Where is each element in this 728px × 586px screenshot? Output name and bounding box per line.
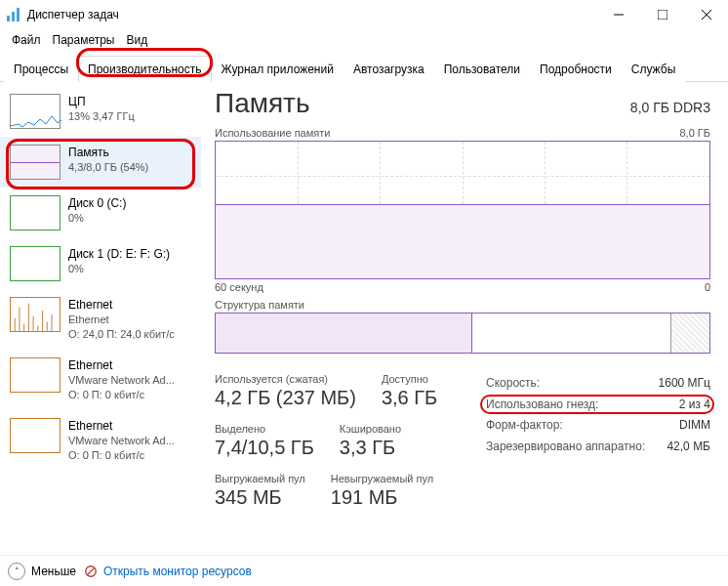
tabs: Процессы Производительность Журнал прило… xyxy=(0,55,728,82)
sidebar-item-detail: 4,3/8,0 ГБ (54%) xyxy=(68,160,148,175)
tab-details[interactable]: Подробности xyxy=(530,56,622,82)
sidebar-item-eth0[interactable]: Ethernet Ethernet О: 24,0 П: 24,0 кбит/с xyxy=(0,289,201,350)
spec-value: 42,0 МБ xyxy=(667,437,710,458)
sidebar-item-sub: VMware Network Ad... xyxy=(68,434,175,448)
stat-label: Используется (сжатая) xyxy=(215,373,356,385)
memory-spec: 8,0 ГБ DDR3 xyxy=(630,100,710,115)
close-button[interactable] xyxy=(684,0,728,29)
menu-view[interactable]: Вид xyxy=(120,31,153,49)
x-axis-left: 60 секунд xyxy=(215,281,263,293)
disk-thumb-icon xyxy=(10,195,61,230)
stats-left: Используется (сжатая) 4,2 ГБ (237 МБ) До… xyxy=(215,373,453,509)
stat-label: Невыгружаемый пул xyxy=(331,473,433,484)
maximize-button[interactable] xyxy=(640,0,684,29)
sidebar-item-label: Память xyxy=(68,145,148,160)
spec-value: DIMM xyxy=(679,415,710,437)
tab-startup[interactable]: Автозагрузка xyxy=(344,56,434,82)
memory-usage-chart xyxy=(215,141,710,279)
tab-performance[interactable]: Производительность xyxy=(78,56,211,82)
sidebar-item-sub: Ethernet xyxy=(68,313,175,327)
svg-rect-2 xyxy=(17,8,20,21)
svg-rect-0 xyxy=(7,16,10,21)
main-panel: Память 8,0 ГБ DDR3 Использование памяти … xyxy=(201,82,728,555)
ethernet-thumb-icon xyxy=(10,418,61,453)
fewer-details-button[interactable]: ˄ Меньше xyxy=(8,563,76,580)
open-resource-monitor-link[interactable]: Открыть монитор ресурсов xyxy=(84,565,252,578)
spec-key: Использовано гнезд: xyxy=(486,395,598,416)
sidebar-item-sub: VMware Network Ad... xyxy=(68,373,175,388)
sidebar-item-eth2[interactable]: Ethernet VMware Network Ad... О: 0 П: 0 … xyxy=(0,410,201,471)
stat-value: 3,6 ГБ xyxy=(382,387,437,409)
spec-key: Форм-фактор: xyxy=(486,415,563,437)
sidebar-item-label: Ethernet xyxy=(68,297,175,313)
spec-value: 2 из 4 xyxy=(679,395,710,416)
sidebar-item-label: Ethernet xyxy=(68,357,175,373)
sidebar-item-detail: 0% xyxy=(68,262,170,276)
minimize-button[interactable] xyxy=(596,0,640,29)
svg-rect-4 xyxy=(658,10,667,20)
tab-users[interactable]: Пользователи xyxy=(434,56,530,82)
svg-rect-1 xyxy=(12,12,15,21)
chevron-up-icon: ˄ xyxy=(8,563,25,580)
titlebar: Диспетчер задач xyxy=(0,0,728,29)
sidebar-item-detail: О: 0 П: 0 кбит/с xyxy=(68,448,175,463)
memory-thumb-icon xyxy=(10,145,61,180)
spec-value: 1600 МГц xyxy=(659,373,710,395)
sidebar: ЦП 13% 3,47 ГГц Память 4,3/8,0 ГБ (54%) … xyxy=(0,82,201,555)
resource-monitor-icon xyxy=(84,565,98,578)
stat-value: 4,2 ГБ (237 МБ) xyxy=(215,387,356,409)
sidebar-item-disk0[interactable]: Диск 0 (C:) 0% xyxy=(0,188,201,238)
sidebar-item-eth1[interactable]: Ethernet VMware Network Ad... О: 0 П: 0 … xyxy=(0,350,201,410)
tab-services[interactable]: Службы xyxy=(622,56,685,82)
sidebar-item-label: Ethernet xyxy=(68,418,175,434)
stats-right: Скорость: 1600 МГц Использовано гнезд: 2… xyxy=(486,373,710,509)
sidebar-item-cpu[interactable]: ЦП 13% 3,47 ГГц xyxy=(0,86,201,137)
menu-options[interactable]: Параметры xyxy=(47,31,121,49)
fewer-details-label: Меньше xyxy=(31,565,76,578)
page-title: Память xyxy=(215,88,310,119)
spec-key: Скорость: xyxy=(486,373,540,395)
sidebar-item-detail: 13% 3,47 ГГц xyxy=(68,109,135,124)
stat-label: Доступно xyxy=(382,373,437,385)
sidebar-item-detail: О: 24,0 П: 24,0 кбит/с xyxy=(68,327,175,342)
usage-graph-max: 8,0 ГБ xyxy=(679,127,710,139)
stat-label: Выделено xyxy=(215,423,314,435)
stat-label: Выгружаемый пул xyxy=(215,473,305,484)
usage-graph-label: Использование памяти xyxy=(215,127,330,139)
sidebar-item-detail: 0% xyxy=(68,211,126,226)
sidebar-item-detail: О: 0 П: 0 кбит/с xyxy=(68,388,175,402)
tab-apphistory[interactable]: Журнал приложений xyxy=(212,56,344,82)
composition-label: Структура памяти xyxy=(215,299,304,311)
app-icon xyxy=(6,7,21,22)
stat-value: 345 МБ xyxy=(215,486,305,509)
x-axis-right: 0 xyxy=(705,281,710,293)
tab-processes[interactable]: Процессы xyxy=(4,56,78,82)
menu-file[interactable]: Файл xyxy=(6,31,47,49)
resource-monitor-label: Открыть монитор ресурсов xyxy=(103,565,252,578)
menubar: Файл Параметры Вид xyxy=(0,29,728,51)
sidebar-item-disk1[interactable]: Диск 1 (D: E: F: G:) 0% xyxy=(0,238,201,289)
sidebar-item-label: ЦП xyxy=(68,94,135,109)
svg-line-17 xyxy=(87,567,94,574)
window-title: Диспетчер задач xyxy=(27,8,119,21)
cpu-thumb-icon xyxy=(10,94,61,129)
ethernet-thumb-icon xyxy=(10,357,61,393)
spec-key: Зарезервировано аппаратно: xyxy=(486,437,645,458)
stat-value: 191 МБ xyxy=(331,486,433,509)
memory-composition-chart xyxy=(215,313,710,354)
disk-thumb-icon xyxy=(10,246,61,281)
window-controls xyxy=(596,0,728,29)
stat-label: Кэшировано xyxy=(340,423,401,435)
stat-value: 7,4/10,5 ГБ xyxy=(215,437,314,459)
footer: ˄ Меньше Открыть монитор ресурсов xyxy=(0,555,728,586)
sidebar-item-label: Диск 1 (D: E: F: G:) xyxy=(68,246,170,262)
stat-value: 3,3 ГБ xyxy=(340,437,401,459)
sidebar-item-label: Диск 0 (C:) xyxy=(68,195,126,211)
sidebar-item-memory[interactable]: Память 4,3/8,0 ГБ (54%) xyxy=(0,137,201,188)
ethernet-thumb-icon xyxy=(10,297,61,332)
